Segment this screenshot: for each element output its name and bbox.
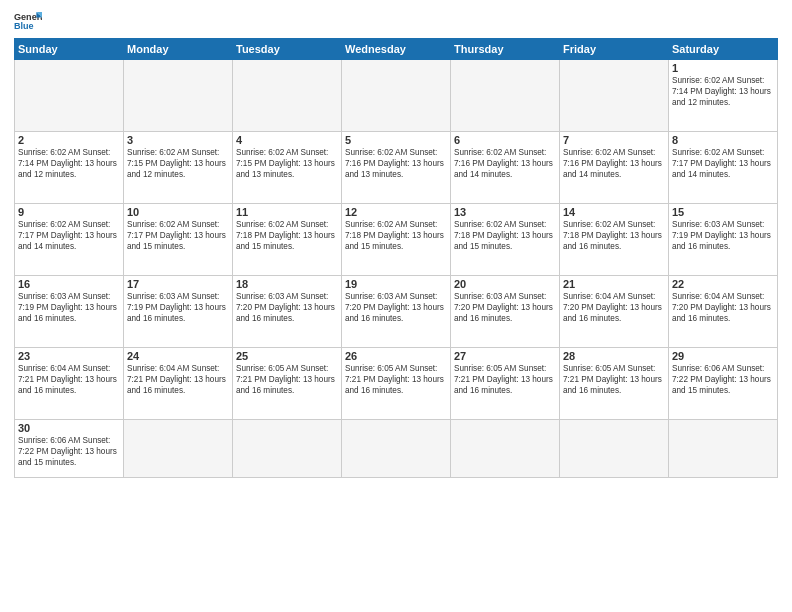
calendar-cell: 1Sunrise: 6:02 AM Sunset: 7:14 PM Daylig… [669,60,778,132]
calendar-cell: 20Sunrise: 6:03 AM Sunset: 7:20 PM Dayli… [451,276,560,348]
calendar-table: SundayMondayTuesdayWednesdayThursdayFrid… [14,38,778,478]
day-number: 28 [563,350,665,362]
day-number: 12 [345,206,447,218]
calendar-cell [669,420,778,478]
calendar-cell: 26Sunrise: 6:05 AM Sunset: 7:21 PM Dayli… [342,348,451,420]
calendar-cell: 23Sunrise: 6:04 AM Sunset: 7:21 PM Dayli… [15,348,124,420]
calendar-week-row: 23Sunrise: 6:04 AM Sunset: 7:21 PM Dayli… [15,348,778,420]
day-info: Sunrise: 6:04 AM Sunset: 7:20 PM Dayligh… [563,291,665,324]
calendar-cell [233,420,342,478]
day-info: Sunrise: 6:03 AM Sunset: 7:19 PM Dayligh… [127,291,229,324]
day-number: 7 [563,134,665,146]
day-info: Sunrise: 6:03 AM Sunset: 7:20 PM Dayligh… [454,291,556,324]
day-number: 24 [127,350,229,362]
day-info: Sunrise: 6:02 AM Sunset: 7:16 PM Dayligh… [345,147,447,180]
calendar-cell [15,60,124,132]
calendar-header-row: SundayMondayTuesdayWednesdayThursdayFrid… [15,39,778,60]
calendar-cell: 27Sunrise: 6:05 AM Sunset: 7:21 PM Dayli… [451,348,560,420]
day-number: 15 [672,206,774,218]
calendar-cell [342,420,451,478]
day-number: 23 [18,350,120,362]
col-header-saturday: Saturday [669,39,778,60]
calendar-cell: 17Sunrise: 6:03 AM Sunset: 7:19 PM Dayli… [124,276,233,348]
col-header-wednesday: Wednesday [342,39,451,60]
day-number: 25 [236,350,338,362]
day-number: 4 [236,134,338,146]
calendar-cell: 25Sunrise: 6:05 AM Sunset: 7:21 PM Dayli… [233,348,342,420]
calendar-cell: 7Sunrise: 6:02 AM Sunset: 7:16 PM Daylig… [560,132,669,204]
day-number: 21 [563,278,665,290]
page: General Blue SundayMondayTuesdayWednesda… [0,0,792,612]
calendar-cell: 22Sunrise: 6:04 AM Sunset: 7:20 PM Dayli… [669,276,778,348]
calendar-cell: 2Sunrise: 6:02 AM Sunset: 7:14 PM Daylig… [15,132,124,204]
calendar-week-row: 16Sunrise: 6:03 AM Sunset: 7:19 PM Dayli… [15,276,778,348]
day-info: Sunrise: 6:05 AM Sunset: 7:21 PM Dayligh… [236,363,338,396]
calendar-cell: 5Sunrise: 6:02 AM Sunset: 7:16 PM Daylig… [342,132,451,204]
day-info: Sunrise: 6:02 AM Sunset: 7:18 PM Dayligh… [454,219,556,252]
calendar-cell: 8Sunrise: 6:02 AM Sunset: 7:17 PM Daylig… [669,132,778,204]
day-info: Sunrise: 6:03 AM Sunset: 7:20 PM Dayligh… [345,291,447,324]
col-header-friday: Friday [560,39,669,60]
calendar-cell: 9Sunrise: 6:02 AM Sunset: 7:17 PM Daylig… [15,204,124,276]
calendar-cell [342,60,451,132]
day-number: 8 [672,134,774,146]
calendar-week-row: 30Sunrise: 6:06 AM Sunset: 7:22 PM Dayli… [15,420,778,478]
day-info: Sunrise: 6:05 AM Sunset: 7:21 PM Dayligh… [345,363,447,396]
day-info: Sunrise: 6:05 AM Sunset: 7:21 PM Dayligh… [563,363,665,396]
day-info: Sunrise: 6:02 AM Sunset: 7:17 PM Dayligh… [672,147,774,180]
col-header-monday: Monday [124,39,233,60]
day-number: 5 [345,134,447,146]
day-number: 3 [127,134,229,146]
col-header-thursday: Thursday [451,39,560,60]
day-number: 14 [563,206,665,218]
day-number: 13 [454,206,556,218]
day-info: Sunrise: 6:02 AM Sunset: 7:14 PM Dayligh… [18,147,120,180]
day-info: Sunrise: 6:02 AM Sunset: 7:15 PM Dayligh… [236,147,338,180]
day-number: 17 [127,278,229,290]
day-info: Sunrise: 6:04 AM Sunset: 7:21 PM Dayligh… [127,363,229,396]
day-info: Sunrise: 6:02 AM Sunset: 7:15 PM Dayligh… [127,147,229,180]
day-number: 1 [672,62,774,74]
calendar-cell: 15Sunrise: 6:03 AM Sunset: 7:19 PM Dayli… [669,204,778,276]
col-header-tuesday: Tuesday [233,39,342,60]
calendar-cell [451,420,560,478]
day-info: Sunrise: 6:03 AM Sunset: 7:19 PM Dayligh… [672,219,774,252]
day-info: Sunrise: 6:06 AM Sunset: 7:22 PM Dayligh… [672,363,774,396]
calendar-cell [124,60,233,132]
header: General Blue [14,10,778,32]
day-info: Sunrise: 6:02 AM Sunset: 7:14 PM Dayligh… [672,75,774,108]
day-info: Sunrise: 6:03 AM Sunset: 7:19 PM Dayligh… [18,291,120,324]
calendar-cell: 14Sunrise: 6:02 AM Sunset: 7:18 PM Dayli… [560,204,669,276]
logo: General Blue [14,10,42,32]
calendar-cell: 30Sunrise: 6:06 AM Sunset: 7:22 PM Dayli… [15,420,124,478]
day-number: 6 [454,134,556,146]
day-number: 26 [345,350,447,362]
calendar-cell: 29Sunrise: 6:06 AM Sunset: 7:22 PM Dayli… [669,348,778,420]
day-info: Sunrise: 6:02 AM Sunset: 7:17 PM Dayligh… [127,219,229,252]
day-number: 20 [454,278,556,290]
day-number: 22 [672,278,774,290]
calendar-cell [560,420,669,478]
day-number: 19 [345,278,447,290]
day-info: Sunrise: 6:04 AM Sunset: 7:20 PM Dayligh… [672,291,774,324]
day-number: 9 [18,206,120,218]
day-number: 29 [672,350,774,362]
calendar-cell: 13Sunrise: 6:02 AM Sunset: 7:18 PM Dayli… [451,204,560,276]
calendar-cell: 28Sunrise: 6:05 AM Sunset: 7:21 PM Dayli… [560,348,669,420]
day-number: 16 [18,278,120,290]
calendar-cell: 18Sunrise: 6:03 AM Sunset: 7:20 PM Dayli… [233,276,342,348]
day-info: Sunrise: 6:02 AM Sunset: 7:17 PM Dayligh… [18,219,120,252]
day-number: 11 [236,206,338,218]
day-number: 27 [454,350,556,362]
calendar-cell: 24Sunrise: 6:04 AM Sunset: 7:21 PM Dayli… [124,348,233,420]
calendar-week-row: 1Sunrise: 6:02 AM Sunset: 7:14 PM Daylig… [15,60,778,132]
calendar-cell: 21Sunrise: 6:04 AM Sunset: 7:20 PM Dayli… [560,276,669,348]
col-header-sunday: Sunday [15,39,124,60]
day-info: Sunrise: 6:02 AM Sunset: 7:18 PM Dayligh… [345,219,447,252]
calendar-cell: 10Sunrise: 6:02 AM Sunset: 7:17 PM Dayli… [124,204,233,276]
day-info: Sunrise: 6:04 AM Sunset: 7:21 PM Dayligh… [18,363,120,396]
calendar-cell: 3Sunrise: 6:02 AM Sunset: 7:15 PM Daylig… [124,132,233,204]
day-number: 10 [127,206,229,218]
day-info: Sunrise: 6:02 AM Sunset: 7:18 PM Dayligh… [563,219,665,252]
calendar-cell: 4Sunrise: 6:02 AM Sunset: 7:15 PM Daylig… [233,132,342,204]
